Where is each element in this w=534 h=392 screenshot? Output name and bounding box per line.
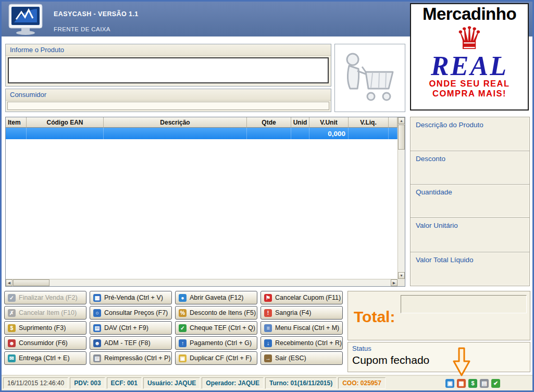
desconto-itens-label: Desconto de Itens (F5)	[190, 309, 256, 316]
admin-user-icon: ☻	[93, 339, 101, 347]
total-value-field	[401, 295, 527, 313]
coupon-status-text: Cupom fechado	[352, 354, 429, 366]
statusbar-operador: Operador: JAQUE	[202, 377, 264, 389]
cheque-tef-button[interactable]: ✓ Cheque TEF (Ctrl + Q)	[175, 321, 257, 335]
horizontal-scrollbar	[6, 279, 398, 286]
cancelar-cupom-button[interactable]: ⚑ Cancelar Cupom (F11)	[260, 291, 343, 304]
app-title: EASYCASH - VERSÃO 1.1	[54, 10, 139, 18]
printer-icon: ▤	[93, 354, 101, 362]
cash-icon[interactable]: $	[468, 379, 477, 388]
ok-status-icon[interactable]: ✔	[491, 379, 500, 388]
cell-item	[6, 128, 27, 139]
col-descricao: Descrição	[104, 117, 247, 128]
arrow-down-icon: ↓	[264, 339, 272, 347]
scroll-right-button[interactable]	[391, 279, 398, 286]
printer-status-icon[interactable]: ▤	[480, 379, 489, 388]
delivery-icon: ✉	[8, 354, 16, 362]
cell-filler	[389, 128, 398, 139]
gift-icon[interactable]: ▦	[457, 379, 466, 388]
function-buttons: ✓ Finalizar Venda (F2) ▦ Pré-Venda (Ctrl…	[4, 291, 343, 365]
total-label: Total:	[354, 308, 395, 326]
drawer-icon: ●	[179, 294, 187, 302]
duplicar-cf-label: Duplicar CF (Ctrl + F)	[190, 354, 252, 362]
down-arrow-indicator	[453, 347, 470, 379]
col-unid: Unid	[291, 117, 309, 128]
panel-desconto-label: Desconto	[416, 155, 445, 163]
statusbar-coo: COO: 025957	[338, 377, 386, 389]
crown-icon: ♛	[411, 23, 528, 54]
easycash-window: EASYCASH - VERSÃO 1.1 FRENTE DE CAIXA Me…	[0, 0, 534, 392]
scroll-left-button[interactable]	[6, 279, 13, 286]
entrega-button[interactable]: ✉ Entrega (Ctrl + E)	[4, 351, 86, 365]
app-subtitle: FRENTE DE CAIXA	[54, 26, 110, 32]
pre-venda-button[interactable]: ▦ Pré-Venda (Ctrl + V)	[90, 291, 172, 304]
store-brand: REAL	[411, 54, 528, 79]
statusbar-usuario: Usuário: JAQUE	[143, 377, 200, 389]
recebimento-button[interactable]: ↓ Recebimento (Ctrl + R)	[260, 336, 343, 350]
desconto-itens-button[interactable]: % Desconto de Itens (F5)	[175, 306, 257, 320]
cart-checkout-icon: ✓	[8, 294, 16, 302]
sangria-button[interactable]: ! Sangria (F4)	[260, 306, 343, 320]
vertical-scroll-thumb[interactable]	[398, 125, 405, 150]
scrollbar-corner	[398, 279, 405, 286]
menu-fiscal-button[interactable]: ≡ Menu Fiscal (Ctrl + M)	[260, 321, 343, 335]
cell-codigo-ean	[27, 128, 104, 139]
table-header: Item Código EAN Descrição Qtde Unid V.Un…	[6, 117, 398, 128]
cancelar-item-button[interactable]: ✗ Cancelar Item (F10)	[4, 306, 86, 320]
col-item: Item	[6, 117, 27, 128]
finalizar-venda-label: Finalizar Venda (F2)	[19, 294, 78, 301]
consumer-group: Consumidor	[5, 89, 331, 112]
reimpressao-button[interactable]: ▤ Reimpressão (Ctrl + P)	[90, 351, 172, 365]
product-input[interactable]	[8, 57, 329, 83]
arrow-up-icon: ↑	[179, 339, 187, 347]
statusbar-turno: Turno: 01(16/11/2015)	[265, 377, 337, 389]
fiscal-doc-icon: ≡	[264, 324, 272, 332]
consumidor-button[interactable]: ☻ Consumidor (F6)	[4, 336, 86, 350]
cheque-tef-label: Cheque TEF (Ctrl + Q)	[190, 324, 255, 332]
suprimento-button[interactable]: $ Suprimento (F3)	[4, 321, 86, 335]
cancelar-cupom-label: Cancelar Cupom (F11)	[275, 294, 341, 301]
sair-button[interactable]: → Sair (ESC)	[260, 351, 343, 365]
consumidor-label: Consumidor (F6)	[19, 339, 68, 347]
horizontal-scroll-thumb[interactable]	[13, 279, 49, 286]
product-entry-label: Informe o Produto	[6, 44, 331, 56]
abrir-gaveta-button[interactable]: ● Abrir Gaveta (F12)	[175, 291, 257, 304]
dav-label: DAV (Ctrl + F9)	[104, 324, 148, 332]
adm-tef-button[interactable]: ☻ ADM - TEF (F8)	[90, 336, 172, 350]
money-icon: $	[8, 324, 16, 332]
col-qtde: Qtde	[247, 117, 291, 128]
statusbar-pdv: PDV: 003	[70, 377, 105, 389]
panel-quantidade: Quantidade	[410, 184, 530, 218]
status-group: Status Cupom fechado	[347, 342, 530, 372]
consultar-precos-button[interactable]: ○ Consultar Preços (F7)	[90, 306, 172, 320]
save-monitor-icon[interactable]: ▣	[445, 379, 454, 388]
selected-table-row[interactable]: 0,000	[6, 128, 398, 139]
scroll-down-button[interactable]	[398, 272, 405, 279]
cell-vliq	[349, 128, 389, 139]
consumer-input[interactable]	[7, 102, 329, 110]
abrir-gaveta-label: Abrir Gaveta (F12)	[190, 294, 244, 301]
grid-icon: ▦	[93, 294, 101, 302]
finalizar-venda-button[interactable]: ✓ Finalizar Venda (F2)	[4, 291, 86, 304]
store-tagline-1: ONDE SEU REAL	[411, 79, 528, 89]
pagamento-label: Pagamento (Ctrl + G)	[190, 339, 252, 347]
panel-descricao-produto: Descrição do Produto	[410, 117, 530, 151]
pre-venda-label: Pré-Venda (Ctrl + V)	[104, 294, 163, 301]
flag-icon: ⚑	[264, 294, 272, 302]
panel-descricao-label: Descrição do Produto	[416, 121, 483, 129]
warning-icon: !	[264, 309, 272, 317]
status-group-label: Status	[352, 345, 371, 352]
panel-valor-unitario-label: Valor Unitário	[416, 222, 458, 229]
consumer-label: Consumidor	[6, 89, 331, 101]
statusbar-ecf: ECF: 001	[107, 377, 142, 389]
duplicar-cf-button[interactable]: ▣ Duplicar CF (Ctrl + F)	[175, 351, 257, 365]
scroll-up-button[interactable]	[398, 117, 405, 124]
search-icon: ○	[93, 309, 101, 317]
dav-button[interactable]: ▤ DAV (Ctrl + F9)	[90, 321, 172, 335]
pagamento-button[interactable]: ↑ Pagamento (Ctrl + G)	[175, 336, 257, 350]
panel-valor-unitario: Valor Unitário	[410, 217, 530, 252]
recebimento-label: Recebimento (Ctrl + R)	[275, 339, 342, 347]
menu-fiscal-label: Menu Fiscal (Ctrl + M)	[275, 324, 339, 332]
easycash-logo-icon	[8, 4, 46, 38]
cell-vunit: 0,000	[309, 128, 349, 139]
